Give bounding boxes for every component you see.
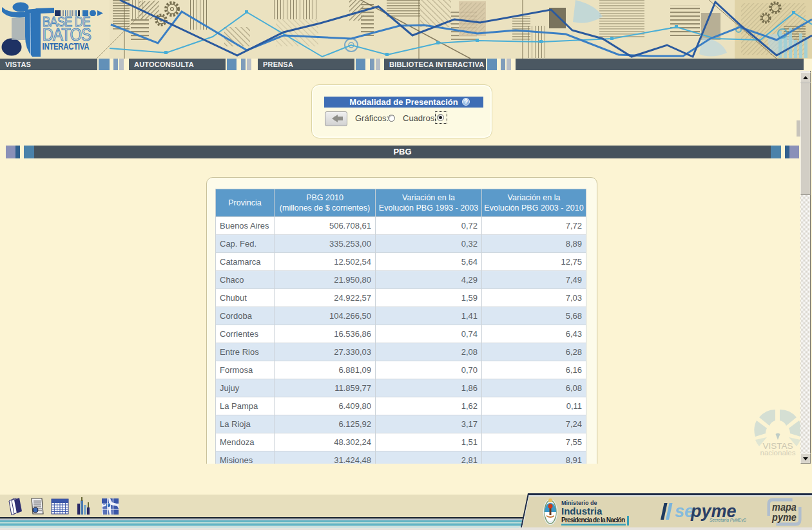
svg-text:Presidencia de la Nación: Presidencia de la Nación (561, 516, 625, 524)
svg-text:pyme: pyme (771, 511, 797, 523)
svg-text:nacionales: nacionales (760, 449, 796, 457)
svg-text:Secretaría PyMEyDR: Secretaría PyMEyDR (710, 518, 746, 522)
svg-text:Industria: Industria (561, 506, 603, 516)
svg-text:INTERACTIVA: INTERACTIVA (43, 41, 90, 52)
